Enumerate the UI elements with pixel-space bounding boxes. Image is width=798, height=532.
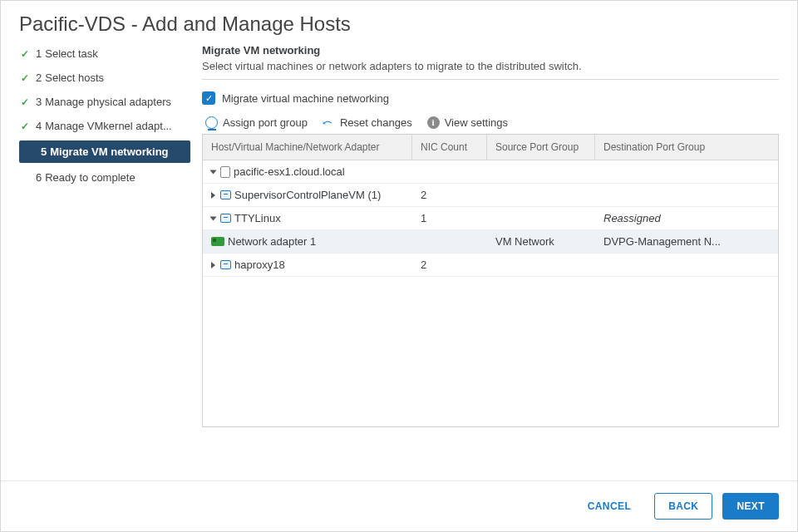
step-select-task[interactable]: ✓1 Select task <box>19 44 190 63</box>
col-name[interactable]: Host/Virtual Machine/Network Adapter <box>203 135 412 160</box>
vm-row[interactable]: TTYLinux 1Reassigned <box>203 207 778 230</box>
checkbox-checked-icon: ✓ <box>202 91 215 105</box>
vm-icon <box>220 190 231 200</box>
migrate-vm-networking-checkbox[interactable]: ✓ Migrate virtual machine networking <box>202 91 779 105</box>
dialog-title: Pacific-VDS - Add and Manage Hosts <box>1 1 797 44</box>
wizard-dialog: Pacific-VDS - Add and Manage Hosts ✓1 Se… <box>0 0 798 532</box>
reset-icon <box>323 116 335 129</box>
assign-port-group-icon <box>205 116 218 129</box>
grid-body: pacific-esx1.cloud.local SupervisorContr… <box>203 160 778 426</box>
network-adapter-row[interactable]: Network adapter 1 VM NetworkDVPG-Managem… <box>203 230 778 254</box>
divider <box>202 79 779 80</box>
reset-changes-button[interactable]: Reset changes <box>323 116 412 129</box>
checkbox-label: Migrate virtual machine networking <box>222 92 389 105</box>
expand-toggle-icon[interactable] <box>210 170 217 174</box>
check-icon: ✓ <box>21 96 29 108</box>
back-button[interactable]: BACK <box>654 493 712 520</box>
col-destination-port-group[interactable]: Destination Port Group <box>595 135 778 160</box>
view-settings-button[interactable]: iView settings <box>427 116 508 129</box>
step-ready-to-complete[interactable]: ✓6 Ready to complete <box>19 168 190 187</box>
grid-header: Host/Virtual Machine/Network Adapter NIC… <box>203 135 778 160</box>
expand-toggle-icon[interactable] <box>211 192 215 199</box>
wizard-content: Migrate VM networking Select virtual mac… <box>202 44 779 427</box>
host-icon <box>220 166 230 178</box>
expand-toggle-icon[interactable] <box>210 216 217 220</box>
check-icon: ✓ <box>21 48 29 60</box>
vm-icon <box>220 214 231 223</box>
step-manage-physical-adapters[interactable]: ✓3 Manage physical adapters <box>19 92 190 111</box>
step-migrate-vm-networking[interactable]: ✓5 Migrate VM networking <box>19 140 190 163</box>
step-manage-vmkernel-adapters[interactable]: ✓4 Manage VMkernel adapt... <box>19 116 190 135</box>
vm-row[interactable]: SupervisorControlPlaneVM (1) 2 <box>203 184 778 207</box>
wizard-steps: ✓1 Select task ✓2 Select hosts ✓3 Manage… <box>19 44 202 427</box>
vm-icon <box>220 260 231 269</box>
col-source-port-group[interactable]: Source Port Group <box>487 135 595 160</box>
host-row[interactable]: pacific-esx1.cloud.local <box>203 160 778 184</box>
next-button[interactable]: NEXT <box>722 493 779 520</box>
step-select-hosts[interactable]: ✓2 Select hosts <box>19 68 190 87</box>
check-icon: ✓ <box>21 72 29 84</box>
nic-icon <box>211 237 224 246</box>
toolbar: Assign port group Reset changes iView se… <box>205 116 779 129</box>
info-icon: i <box>427 116 440 129</box>
check-icon: ✓ <box>21 121 29 132</box>
expand-toggle-icon[interactable] <box>211 262 215 268</box>
dialog-body: ✓1 Select task ✓2 Select hosts ✓3 Manage… <box>1 44 797 427</box>
dialog-footer: CANCEL BACK NEXT <box>1 480 797 531</box>
vm-row[interactable]: haproxy18 2 <box>203 254 778 277</box>
section-subheading: Select virtual machines or network adapt… <box>202 60 779 72</box>
network-grid: Host/Virtual Machine/Network Adapter NIC… <box>202 134 779 427</box>
section-heading: Migrate VM networking <box>202 44 779 57</box>
cancel-button[interactable]: CANCEL <box>574 494 644 519</box>
col-nic-count[interactable]: NIC Count <box>412 135 487 160</box>
assign-port-group-button[interactable]: Assign port group <box>205 116 308 129</box>
